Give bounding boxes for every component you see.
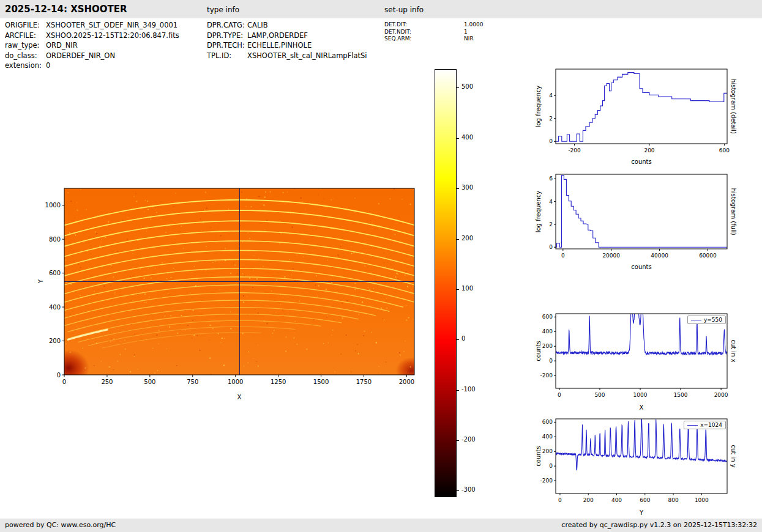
legend-line-swatch [691,320,701,320]
noise-speckle [146,231,147,232]
noise-speckle [105,237,106,238]
meta-value: XSHOO.2025-12-15T12:20:06.847.fits [46,31,179,41]
plot-background [556,69,727,144]
noise-speckle [407,286,408,287]
noise-speckle [301,198,302,199]
noise-speckle [264,197,266,198]
noise-speckle [406,319,407,320]
noise-speckle [363,335,364,336]
colorbar-tick-mark [457,138,459,139]
noise-speckle [181,315,182,316]
meta-row: ARCFILE:XSHOO.2025-12-15T12:20:06.847.fi… [5,31,179,41]
noise-speckle [280,221,280,221]
colorbar-tick-mark [457,390,459,391]
noise-speckle [152,348,153,349]
noise-speckle [117,361,118,362]
noise-speckle [258,345,258,345]
y-tick-label: 1000 [45,202,61,209]
noise-speckle [110,341,111,342]
noise-speckle [89,298,90,299]
x-tick-label: 0 [558,392,561,398]
noise-speckle [144,302,145,303]
noise-speckle [80,295,81,296]
colorbar-tick-label: 200 [461,235,473,242]
noise-speckle [327,315,328,316]
cut-in-y-side-label: cut in y [730,445,737,467]
noise-speckle [127,216,128,217]
x-tick-label: 1500 [313,379,329,385]
qc-report-page: 2025-12-14: XSHOOTER type info set-up in… [0,0,762,532]
y-tick-label: 400 [542,328,553,334]
noise-speckle [179,226,179,226]
noise-speckle [101,361,102,361]
noise-speckle [386,308,387,309]
colorbar-tick-mark [457,239,459,240]
noise-speckle [94,312,95,312]
x-tick-label: 2000 [399,379,414,385]
meta-value: 0 [46,61,50,71]
noise-speckle [320,188,321,189]
noise-speckle [266,323,267,324]
meta-value: XSHOOTER_SLT_ODEF_NIR_349_0001 [46,20,177,31]
x-tick-label: 0 [561,253,565,259]
y-tick-label: 6 [549,175,553,182]
meta-label: ORIGFILE: [5,20,46,31]
noise-speckle [130,276,131,277]
colorbar-tick-label: 0 [461,335,465,342]
footer-created-by: created by qc_rawdisp.py v1.2.3 on 2025-… [561,521,757,529]
noise-speckle [230,328,231,329]
noise-speckle [249,278,250,279]
noise-speckle [162,262,163,264]
noise-speckle [177,333,178,334]
noise-speckle [194,266,195,267]
noise-speckle [255,309,256,310]
noise-speckle [199,350,200,351]
noise-speckle [358,353,359,354]
histogram-full-side-label: histogram (full) [730,188,737,235]
noise-speckle [247,297,247,297]
noise-speckle [157,370,159,371]
noise-speckle [383,318,383,319]
x-tick-label: 1250 [271,379,286,385]
noise-speckle [84,368,86,369]
noise-speckle [332,335,332,336]
noise-speckle [394,234,395,235]
noise-speckle [65,259,67,260]
noise-speckle [378,203,379,204]
noise-speckle [263,204,264,205]
noise-speckle [228,209,229,209]
noise-speckle [399,352,400,353]
noise-speckle [192,320,193,321]
noise-speckle [77,210,78,211]
legend-label: x=1024 [700,422,722,428]
noise-speckle [379,366,379,367]
histogram_detail-svg: -200200600024 [517,61,745,168]
noise-speckle [385,283,386,283]
noise-speckle [346,300,348,301]
noise-speckle [108,221,109,223]
noise-speckle [223,364,225,366]
noise-speckle [196,279,197,280]
histogram-full-xlabel: counts [631,264,651,270]
noise-speckle [136,201,137,202]
noise-speckle [244,366,245,367]
noise-speckle [274,330,275,331]
noise-speckle [151,219,152,220]
noise-speckle [125,349,126,350]
noise-speckle [144,272,144,272]
histogram-full-ylabel: log frequency [535,191,542,233]
noise-speckle [137,369,138,369]
raw-frame-xlabel: X [237,394,242,401]
y-tick-label: 4 [549,92,553,98]
legend-cut-y: x=1024 [684,421,726,429]
noise-speckle [351,371,351,372]
noise-speckle [147,324,148,325]
noise-speckle [306,349,307,350]
x-tick-label: 1000 [228,379,243,385]
x-tick-label: 1500 [674,392,688,398]
noise-speckle [102,239,102,240]
noise-speckle [271,290,272,292]
y-tick-label: 600 [49,270,61,276]
noise-speckle [279,243,280,244]
noise-speckle [287,191,288,192]
